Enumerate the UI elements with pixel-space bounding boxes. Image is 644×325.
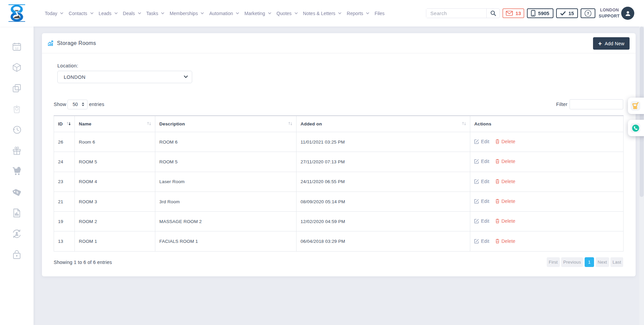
svg-text:12: 12: [15, 47, 18, 50]
svg-text:?: ?: [587, 11, 589, 15]
